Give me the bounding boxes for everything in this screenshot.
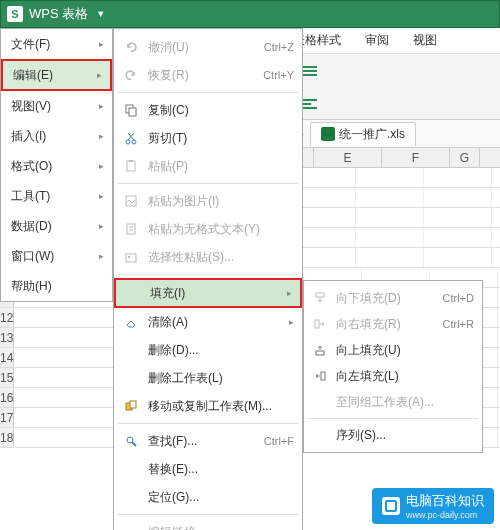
col-header-e[interactable]: E <box>314 148 382 167</box>
find-icon <box>122 432 140 450</box>
menu-goto[interactable]: 定位(G)... <box>114 483 302 511</box>
cell[interactable] <box>424 228 492 247</box>
app-dropdown-icon[interactable]: ▼ <box>96 9 105 19</box>
fill-down[interactable]: 向下填充(D) Ctrl+D <box>304 285 482 311</box>
menu-replace[interactable]: 替换(E)... <box>114 455 302 483</box>
menu-redo[interactable]: 恢复(R) Ctrl+Y <box>114 61 302 89</box>
menu-item-label: 替换(E)... <box>148 461 294 478</box>
svg-point-9 <box>126 140 130 144</box>
fill-up-icon <box>312 342 328 358</box>
menu-insert[interactable]: 插入(I)▸ <box>1 121 112 151</box>
svg-rect-23 <box>130 401 136 408</box>
menu-item-label: 向下填充(D) <box>336 290 435 307</box>
menu-item-label: 选择性粘贴(S)... <box>148 249 294 266</box>
col-header-f[interactable]: F <box>382 148 450 167</box>
blank-icon <box>122 369 140 387</box>
cell[interactable] <box>492 248 500 267</box>
menu-item-label: 填充(I) <box>150 285 279 302</box>
menu-paste-image[interactable]: 粘贴为图片(I) <box>114 187 302 215</box>
menu-find[interactable]: 查找(F)... Ctrl+F <box>114 427 302 455</box>
menu-copy[interactable]: 复制(C) <box>114 96 302 124</box>
tab-review[interactable]: 审阅 <box>353 28 401 53</box>
fill-series[interactable]: 序列(S)... <box>304 422 482 448</box>
row-header[interactable]: 12 <box>0 308 14 327</box>
cell[interactable] <box>356 188 424 207</box>
menu-paste-special[interactable]: 选择性粘贴(S)... <box>114 243 302 271</box>
paste-icon <box>122 157 140 175</box>
menu-item-label: 向上填充(U) <box>336 342 474 359</box>
svg-rect-14 <box>129 160 133 162</box>
menu-undo[interactable]: 撤消(U) Ctrl+Z <box>114 33 302 61</box>
menu-label: 工具(T) <box>11 188 50 205</box>
menu-move-sheet[interactable]: 移动或复制工作表(M)... <box>114 392 302 420</box>
svg-rect-20 <box>128 256 130 258</box>
document-tab[interactable]: 统一推广.xls <box>310 122 416 146</box>
menu-item-label: 移动或复制工作表(M)... <box>148 398 294 415</box>
blank-icon <box>122 460 140 478</box>
paste-special-icon <box>122 248 140 266</box>
cell[interactable] <box>356 228 424 247</box>
row-header[interactable]: 13 <box>0 328 14 347</box>
copy-icon <box>122 101 140 119</box>
menu-item-label: 向右填充(R) <box>336 316 435 333</box>
cell[interactable] <box>492 228 500 247</box>
svg-rect-13 <box>127 161 135 171</box>
edit-submenu: 撤消(U) Ctrl+Z 恢复(R) Ctrl+Y 复制(C) 剪切(T) 粘贴… <box>113 28 303 530</box>
cell[interactable] <box>356 168 424 187</box>
menu-edit[interactable]: 编辑(E)▸ <box>1 59 112 91</box>
chevron-right-icon: ▸ <box>99 101 104 111</box>
menu-paste[interactable]: 粘贴(P) <box>114 152 302 180</box>
fill-left[interactable]: 向左填充(L) <box>304 363 482 389</box>
menu-item-label: 撤消(U) <box>148 39 256 56</box>
menu-data[interactable]: 数据(D)▸ <box>1 211 112 241</box>
menu-format[interactable]: 格式(O)▸ <box>1 151 112 181</box>
menu-window[interactable]: 窗口(W)▸ <box>1 241 112 271</box>
svg-rect-29 <box>321 372 325 380</box>
watermark-icon <box>382 497 400 515</box>
menu-item-label: 删除(D)... <box>148 342 294 359</box>
cell[interactable] <box>356 248 424 267</box>
menu-label: 插入(I) <box>11 128 46 145</box>
cell[interactable] <box>492 168 500 187</box>
blank-icon <box>312 394 328 410</box>
row-header[interactable]: 15 <box>0 368 14 387</box>
chevron-right-icon: ▸ <box>97 70 102 80</box>
row-header[interactable]: 14 <box>0 348 14 367</box>
menu-delete[interactable]: 删除(D)... <box>114 336 302 364</box>
fill-right[interactable]: 向右填充(R) Ctrl+R <box>304 311 482 337</box>
row-header[interactable]: 18 <box>0 428 14 447</box>
menu-tools[interactable]: 工具(T)▸ <box>1 181 112 211</box>
cell[interactable] <box>492 208 500 227</box>
menu-view[interactable]: 视图(V)▸ <box>1 91 112 121</box>
menu-item-label: 查找(F)... <box>148 433 256 450</box>
watermark-text: 电脑百科知识 <box>406 493 484 508</box>
cell[interactable] <box>356 208 424 227</box>
tab-view[interactable]: 视图 <box>401 28 449 53</box>
menu-file[interactable]: 文件(F)▸ <box>1 29 112 59</box>
cell[interactable] <box>492 188 500 207</box>
menu-edit-link[interactable]: 编辑链接 <box>114 518 302 530</box>
fill-group-sheets[interactable]: 至同组工作表(A)... <box>304 389 482 415</box>
fill-up[interactable]: 向上填充(U) <box>304 337 482 363</box>
menu-help[interactable]: 帮助(H) <box>1 271 112 301</box>
menu-paste-plain[interactable]: 粘贴为无格式文本(Y) <box>114 215 302 243</box>
cell[interactable] <box>424 208 492 227</box>
title-bar: S WPS 表格 ▼ <box>0 0 500 28</box>
svg-rect-26 <box>316 293 324 297</box>
menu-delete-sheet[interactable]: 删除工作表(L) <box>114 364 302 392</box>
row-header[interactable]: 17 <box>0 408 14 427</box>
cell[interactable] <box>424 188 492 207</box>
fill-right-icon <box>312 316 328 332</box>
cell[interactable] <box>424 168 492 187</box>
cell[interactable] <box>424 248 492 267</box>
chevron-right-icon: ▸ <box>99 191 104 201</box>
row-header[interactable]: 16 <box>0 388 14 407</box>
menu-label: 编辑(E) <box>13 67 53 84</box>
chevron-right-icon: ▸ <box>99 251 104 261</box>
menu-clear[interactable]: 清除(A) ▸ <box>114 308 302 336</box>
menu-cut[interactable]: 剪切(T) <box>114 124 302 152</box>
col-header-g[interactable]: G <box>450 148 480 167</box>
menu-item-label: 编辑链接 <box>148 524 294 531</box>
menu-fill[interactable]: 填充(I) ▸ <box>114 278 302 308</box>
svg-line-25 <box>132 442 136 446</box>
